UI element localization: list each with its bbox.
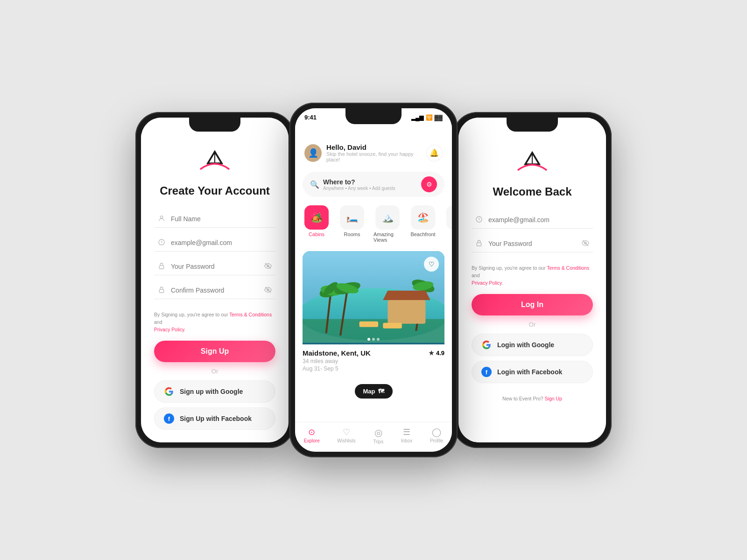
login-title: Welcome Back	[472, 185, 593, 198]
notification-button[interactable]: 🔔	[426, 145, 443, 161]
or-divider-right: Or	[472, 321, 593, 328]
search-left: 🔍 Where to? Anywhere • Any week • Add gu…	[310, 178, 395, 191]
google-signup-button[interactable]: Sign up with Google	[154, 380, 275, 403]
trips-icon: ◎	[374, 427, 382, 438]
inbox-label: Inbox	[401, 438, 412, 443]
lock-icon-left	[158, 262, 165, 272]
or-divider-left: Or	[154, 368, 275, 375]
phone-center-notch	[345, 108, 402, 124]
wishlists-label: Wishlists	[337, 438, 355, 443]
svg-rect-30	[477, 243, 481, 246]
google-signup-label: Sign up with Google	[180, 388, 243, 395]
facebook-icon-right: f	[481, 367, 492, 377]
search-text: Where to? Anywhere • Any week • Add gues…	[323, 178, 395, 191]
eye-icon-password-left[interactable]	[264, 262, 272, 272]
facebook-signup-button[interactable]: f Sign Up with Facebook	[154, 407, 275, 430]
user-text: Hello, David Skip the hotel snooze, find…	[326, 143, 426, 162]
rooms-label: Rooms	[344, 231, 360, 237]
search-main: Where to?	[323, 178, 395, 186]
category-cabs[interactable]: 🚕 Cabs	[444, 205, 452, 243]
battery-icon: ▓▓	[435, 114, 443, 121]
map-label: Map	[363, 388, 375, 395]
facebook-login-button[interactable]: f Login with Facebook	[472, 361, 593, 383]
svg-rect-7	[159, 289, 163, 293]
phone-right-notch	[507, 118, 558, 132]
google-icon-left	[164, 386, 174, 397]
search-bar[interactable]: 🔍 Where to? Anywhere • Any week • Add gu…	[303, 172, 444, 197]
password-group-left	[154, 258, 275, 275]
svg-point-2	[160, 216, 162, 218]
nav-wishlists[interactable]: ♡ Wishlists	[337, 427, 355, 444]
password-input-left[interactable]	[154, 258, 275, 275]
listing-image: ♡	[303, 251, 444, 344]
image-dots	[367, 338, 380, 341]
dot-3	[377, 338, 380, 341]
avatar: 👤	[304, 144, 322, 162]
phone-right-inner: Welcome Back	[458, 118, 606, 442]
search-sub: Anywhere • Any week • Add guests	[323, 186, 395, 191]
category-beach[interactable]: 🏖️ Beachfront	[409, 205, 437, 243]
login-button[interactable]: Log In	[472, 294, 593, 315]
nav-profile[interactable]: ◯ Profile	[430, 427, 443, 444]
signup-link[interactable]: Sign Up	[545, 396, 562, 401]
dot-2	[372, 338, 375, 341]
eye-icon-password-right[interactable]	[582, 239, 589, 249]
fullname-group	[154, 210, 275, 228]
wishlist-button[interactable]: ♡	[424, 257, 439, 272]
status-time: 9:41	[304, 114, 317, 121]
svg-rect-26	[383, 323, 402, 329]
signup-button[interactable]: Sign Up	[154, 341, 275, 362]
google-login-label: Login with Google	[497, 341, 554, 349]
wifi-icon: 🛜	[426, 114, 433, 121]
lock-icon-right	[475, 239, 483, 249]
nav-trips[interactable]: ◎ Trips	[373, 427, 383, 444]
category-rooms[interactable]: 🛏️ Rooms	[338, 205, 366, 243]
confirm-password-input[interactable]	[154, 282, 275, 299]
fullname-input[interactable]	[154, 210, 275, 228]
email-input-left[interactable]	[154, 234, 275, 252]
map-button[interactable]: Map 🗺	[355, 384, 393, 399]
signup-screen: Create Your Account	[141, 118, 289, 442]
facebook-icon-left: f	[164, 413, 174, 424]
nav-explore[interactable]: ⊙ Explore	[304, 427, 320, 444]
email-input-right[interactable]	[472, 211, 593, 229]
listing-rating: ★ 4.9	[429, 350, 444, 357]
svg-rect-4	[159, 266, 163, 269]
login-footer: New to Event Pro? Sign Up	[472, 395, 593, 403]
eye-icon-confirm[interactable]	[264, 286, 272, 295]
cabs-icon: 🚕	[446, 205, 452, 230]
wishlists-icon: ♡	[343, 427, 350, 437]
category-views[interactable]: 🏔️ Amazing Views	[374, 205, 402, 243]
map-icon: 🗺	[378, 388, 384, 395]
confirm-password-group	[154, 282, 275, 299]
user-subtext: Skip the hotel snooze, find your happy p…	[326, 151, 426, 162]
email-group-right	[472, 211, 593, 229]
nav-inbox[interactable]: ☰ Inbox	[401, 427, 412, 444]
password-input-right[interactable]	[472, 235, 593, 252]
dot-1	[367, 338, 370, 341]
filter-button[interactable]: ⚙	[421, 176, 437, 192]
phone-left: Create Your Account	[135, 112, 294, 448]
facebook-login-label: Login with Facebook	[497, 368, 562, 376]
listing-distance: 34 miles away	[303, 358, 444, 364]
listing-card[interactable]: ♡ Maidstone, Kent, UK ★ 4.9	[303, 251, 444, 377]
cabins-icon: 🏕️	[304, 205, 329, 230]
listing-name: Maidstone, Kent, UK	[303, 349, 371, 357]
beach-label: Beachfront	[410, 231, 435, 237]
search-icon: 🔍	[310, 180, 319, 189]
terms-left: By Signing up, you're agree to our Terms…	[154, 311, 275, 333]
facebook-signup-label: Sign Up with Facebook	[180, 415, 252, 422]
email-icon-right	[475, 216, 483, 225]
listing-info: Maidstone, Kent, UK ★ 4.9 34 miles away …	[303, 344, 444, 377]
categories-list: 🏕️ Cabins 🛏️ Rooms 🏔️ Amazing Views 🏖️ B…	[295, 201, 452, 247]
email-group-left	[154, 234, 275, 252]
signal-icon: ▂▄▆	[411, 114, 424, 121]
listing-top: Maidstone, Kent, UK ★ 4.9	[303, 349, 444, 357]
password-group-right	[472, 235, 593, 252]
google-login-button[interactable]: Login with Google	[472, 334, 593, 356]
email-icon-left	[158, 238, 165, 248]
profile-icon: ◯	[432, 427, 441, 437]
beach-icon: 🏖️	[411, 205, 435, 230]
person-icon	[158, 215, 165, 224]
category-cabins[interactable]: 🏕️ Cabins	[303, 205, 331, 243]
